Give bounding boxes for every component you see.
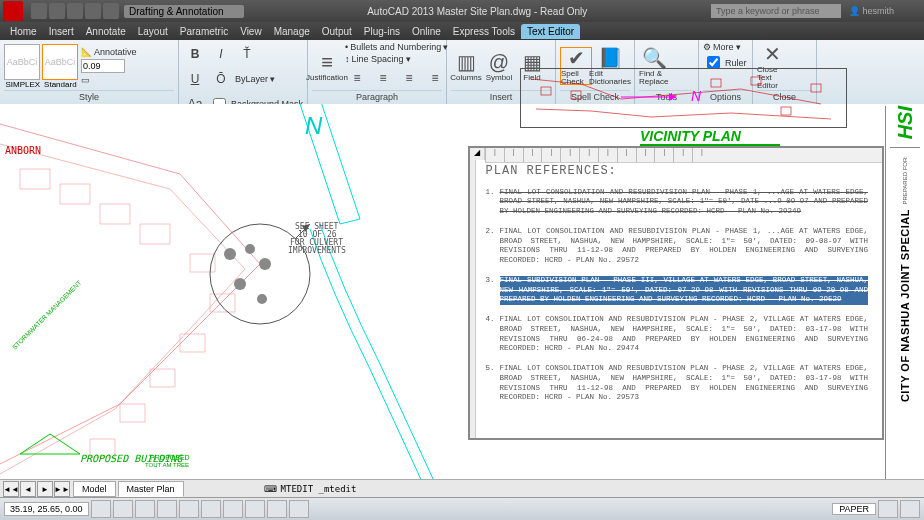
north-arrow-n: N — [305, 112, 323, 139]
window-title: AutoCAD 2013 Master Site Plan.dwg - Read… — [367, 6, 587, 17]
ribbon-tabs: HomeInsertAnnotateLayoutParametricViewMa… — [0, 22, 924, 40]
svg-rect-7 — [150, 369, 175, 387]
te-header: PLAN REFERENCES: — [486, 164, 872, 180]
mtext-content[interactable]: PLAN REFERENCES: 1.FINAL LOT CONSOLIDATI… — [476, 160, 882, 438]
symbol-button[interactable]: @Symbol — [484, 48, 514, 84]
tab-next-button[interactable]: ► — [37, 481, 53, 497]
tab-master-plan[interactable]: Master Plan — [118, 481, 184, 497]
bold-button[interactable]: B — [183, 42, 207, 66]
color-bylayer[interactable]: ByLayer — [235, 74, 268, 84]
menu-annotate[interactable]: Annotate — [80, 24, 132, 39]
panel-formatting: BIŤ UŌ ByLayer ▾ Aa Background Mask Form… — [179, 40, 308, 104]
menu-express-tools[interactable]: Express Tools — [447, 24, 521, 39]
align-right-icon[interactable]: ≡ — [397, 66, 421, 90]
qat-open-icon[interactable] — [49, 3, 65, 19]
menu-view[interactable]: View — [234, 24, 268, 39]
sheet-note-4: IMPROVEMENTS — [288, 246, 346, 255]
coordinates: 35.19, 25.65, 0.00 — [4, 502, 89, 516]
svg-point-16 — [234, 278, 246, 290]
plan-ref-item[interactable]: 2.FINAL LOT CONSOLIDATION AND RESUBDIVIS… — [486, 227, 872, 266]
svg-rect-2 — [100, 204, 130, 224]
style-swatch-1[interactable]: AaBbCi — [4, 44, 40, 80]
plan-ref-item[interactable]: 1.FINAL LOT CONSOLIDATION AND RESUBDIVIS… — [486, 188, 872, 217]
polar-toggle[interactable] — [157, 500, 177, 518]
snap-toggle[interactable] — [91, 500, 111, 518]
align-justify-icon[interactable]: ≡ — [423, 66, 447, 90]
more-dropdown[interactable]: ⚙ More ▾ — [703, 42, 741, 52]
dyn-toggle[interactable] — [245, 500, 265, 518]
columns-button[interactable]: ▥Columns — [451, 48, 481, 84]
svg-rect-21 — [711, 79, 721, 87]
panel-paragraph: ≡Justification • Bullets and Numbering ▾… — [308, 40, 447, 104]
svg-point-15 — [259, 258, 271, 270]
italic-button[interactable]: I — [209, 42, 233, 66]
otrack-toggle[interactable] — [201, 500, 221, 518]
menu-output[interactable]: Output — [316, 24, 358, 39]
svg-point-17 — [257, 294, 267, 304]
vicinity-plan: N — [520, 68, 847, 128]
drawing-canvas[interactable]: SEE SHEET 10 OF 26 FOR CULVERT IMPROVEME… — [0, 104, 924, 498]
workspace-dropdown[interactable]: Drafting & Annotation — [124, 5, 244, 18]
style-swatch-2[interactable]: AaBbCi — [42, 44, 78, 80]
svg-rect-24 — [811, 84, 821, 92]
ducs-toggle[interactable] — [223, 500, 243, 518]
qat-undo-icon[interactable] — [85, 3, 101, 19]
command-line[interactable]: ⌨ MTEDIT _mtedit — [264, 484, 361, 494]
ortho-toggle[interactable] — [135, 500, 155, 518]
svg-rect-6 — [180, 334, 205, 352]
app-logo[interactable] — [3, 1, 23, 21]
tab-prev-button[interactable]: ◄ — [20, 481, 36, 497]
menu-layout[interactable]: Layout — [132, 24, 174, 39]
menu-manage[interactable]: Manage — [268, 24, 316, 39]
tab-last-button[interactable]: ►► — [54, 481, 70, 497]
qat-redo-icon[interactable] — [103, 3, 119, 19]
linespacing-dropdown[interactable]: ↕ Line Spacing ▾ — [345, 54, 448, 64]
help-search-input[interactable]: Type a keyword or phrase — [711, 4, 841, 18]
overline-button[interactable]: Ō — [209, 67, 233, 91]
panel-style: AaBbCi AaBbCi SIMPLEXStandard 📐 Annotati… — [0, 40, 179, 104]
menu-parametric[interactable]: Parametric — [174, 24, 234, 39]
menu-insert[interactable]: Insert — [43, 24, 80, 39]
qat-save-icon[interactable] — [67, 3, 83, 19]
bullets-dropdown[interactable]: • Bullets and Numbering ▾ — [345, 42, 448, 52]
menu-home[interactable]: Home — [4, 24, 43, 39]
status-extra-2[interactable] — [900, 500, 920, 518]
svg-rect-1 — [60, 184, 90, 204]
tab-model[interactable]: Model — [73, 481, 116, 497]
plan-ref-item[interactable]: 5.FINAL LOT CONSOLIDATION AND RESUBDIVIS… — [486, 364, 872, 403]
status-extra-1[interactable] — [878, 500, 898, 518]
layout-tabs: ◄◄ ◄ ► ►► Model Master Plan ⌨ MTEDIT _mt… — [0, 479, 924, 498]
menu-text-editor[interactable]: Text Editor — [521, 24, 580, 39]
svg-rect-22 — [751, 77, 761, 85]
menu-plug-ins[interactable]: Plug-ins — [358, 24, 406, 39]
grid-toggle[interactable] — [113, 500, 133, 518]
mask-button[interactable]: ▭ — [81, 75, 137, 85]
tab-first-button[interactable]: ◄◄ — [3, 481, 19, 497]
plan-ref-item[interactable]: 4.FINAL LOT CONSOLIDATION AND RESUBDIVIS… — [486, 315, 872, 354]
annotative-toggle[interactable]: 📐 Annotative — [81, 47, 137, 57]
mtext-editor[interactable]: ◢ |||||||||||| PLAN REFERENCES: 1.FINAL … — [468, 146, 884, 440]
proposed-text: PROPOSED — [150, 454, 190, 461]
svg-rect-20 — [571, 91, 581, 99]
svg-rect-8 — [120, 404, 145, 422]
proposed-tree: TOUT AM TREE — [145, 462, 189, 468]
titleblock-stamp: HSI PREPARED FOR: CITY OF NASHUA JOINT S… — [885, 106, 924, 496]
justification-button[interactable]: ≡Justification — [312, 48, 342, 84]
paper-model-toggle[interactable]: PAPER — [832, 503, 876, 515]
svg-point-14 — [245, 244, 255, 254]
text-height-input[interactable] — [81, 59, 137, 73]
qp-toggle[interactable] — [289, 500, 309, 518]
qat-new-icon[interactable] — [31, 3, 47, 19]
plan-ref-item[interactable]: 3.FINAL SUBDIVISION PLAN - PHASE III, VI… — [486, 276, 872, 305]
lwt-toggle[interactable] — [267, 500, 287, 518]
quick-access-toolbar — [26, 3, 124, 19]
osnap-toggle[interactable] — [179, 500, 199, 518]
font-dropdown[interactable]: Ť — [235, 42, 259, 66]
svg-text:N: N — [691, 88, 702, 104]
menu-online[interactable]: Online — [406, 24, 447, 39]
svg-rect-19 — [541, 87, 551, 95]
status-bar: 35.19, 25.65, 0.00 PAPER — [0, 497, 924, 520]
underline-button[interactable]: U — [183, 67, 207, 91]
align-center-icon[interactable]: ≡ — [371, 66, 395, 90]
align-left-icon[interactable]: ≡ — [345, 66, 369, 90]
